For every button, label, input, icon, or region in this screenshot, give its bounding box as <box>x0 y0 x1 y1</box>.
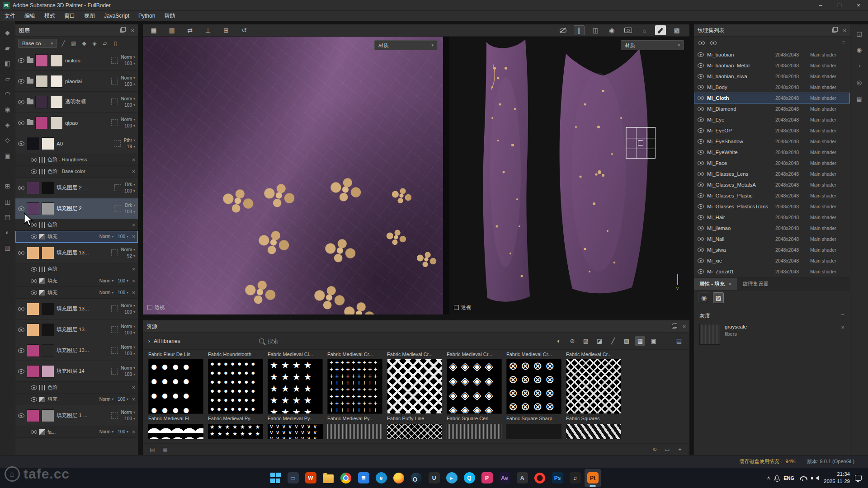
remove-effect-button[interactable]: × <box>132 157 135 163</box>
asset-thumbnail[interactable]: ★★★★★★★★★★★★★★★★★★★★★★★★★★★★★★★★★★★★★★★★… <box>268 359 323 414</box>
blend-mode-dropdown[interactable]: Norm <box>121 117 135 122</box>
opacity-dropdown[interactable]: 100 <box>118 234 128 239</box>
solo-eye-icon[interactable] <box>710 41 717 45</box>
layers-panel-toggle[interactable]: ▥ <box>3 243 13 253</box>
filter-brushes[interactable]: ╱ <box>608 336 618 346</box>
popout-icon[interactable] <box>832 28 836 33</box>
asset-tile[interactable]: Fabric Puffy Line <box>387 359 442 421</box>
asset-name[interactable]: Fabric Houndstooth <box>208 352 263 357</box>
remove-effect-button[interactable]: × <box>132 385 135 391</box>
blend-mode-dropdown[interactable]: Norm <box>99 290 113 295</box>
firefox[interactable] <box>391 469 407 487</box>
menu-item[interactable]: 编辑 <box>20 11 40 21</box>
qq[interactable]: Q <box>461 469 477 487</box>
remove-effect-button[interactable]: × <box>132 266 135 272</box>
opacity-dropdown[interactable]: 100 <box>124 372 135 377</box>
blend-mode-dropdown[interactable]: Norm <box>99 397 113 402</box>
close-panel-icon[interactable]: × <box>843 27 846 34</box>
mask-thumbnail[interactable] <box>50 117 63 129</box>
layer-row[interactable]: 色阶 - Base color × <box>15 166 138 178</box>
layer-row[interactable]: niukou Norm 100 <box>15 50 138 71</box>
render-mode[interactable]: ▩ <box>671 25 682 35</box>
asset-tile[interactable]: ●●●●●●●●●●●●●●●●●●●●●●●●●●●●●●●●●●●●●●●●… <box>208 359 263 421</box>
layer-row[interactable]: 填充图层 13... Norm 100 <box>15 319 138 340</box>
input-language[interactable]: ENG <box>783 475 794 481</box>
material-preview[interactable]: ◉ <box>606 25 617 35</box>
close-panel-icon[interactable]: × <box>131 27 134 34</box>
asset-thumbnail[interactable]: ●●●●●●●●●●●●●●●●●●●●●●●●●●●●●●●●●●●●●●●●… <box>148 359 203 414</box>
blend-mode-dropdown[interactable]: Norm <box>121 303 135 308</box>
visibility-eye-icon[interactable] <box>698 150 704 155</box>
chrome[interactable] <box>338 469 354 487</box>
texture-set-row[interactable]: Mi_baobian_siwa 2048x2048 Main shader <box>694 71 850 82</box>
opacity-dropdown[interactable]: 92 <box>127 253 135 258</box>
asset-name[interactable]: Fabric Medieval Cr... <box>566 352 621 357</box>
visibility-eye-icon[interactable] <box>31 267 37 272</box>
asset-thumbnail[interactable]: ●●●●●●●●●●●●●●●●●●●●●●●●●●●●●●●●●●●●●●●●… <box>208 359 263 414</box>
projection-tool[interactable]: ◧ <box>3 58 13 68</box>
filter-smart-materials[interactable]: ⊘ <box>567 336 577 346</box>
menu-item[interactable]: 窗口 <box>60 11 80 21</box>
music[interactable]: ♫ <box>567 469 583 487</box>
material-slot-icon[interactable] <box>111 119 118 126</box>
texture-set-row[interactable]: Mi_Glasses_MetalsA 2048x2048 Main shader <box>694 179 850 190</box>
mask-thumbnail[interactable] <box>42 182 54 194</box>
asset-tile[interactable]: ◈◈◈◈◈◈◈◈◈◈◈◈◈◈◈◈◈◈◈◈◈◈◈◈◈◈◈◈◈◈◈◈◈◈◈◈◈◈◈◈… <box>447 359 502 421</box>
viewport-mode-dropdown[interactable]: 材质 <box>374 40 438 50</box>
paint-tool[interactable]: ◆ <box>3 28 13 38</box>
grid-size-icon[interactable]: ▤ <box>674 336 684 346</box>
panel-settings[interactable]: ▤ <box>855 94 864 103</box>
visibility-eye-icon[interactable] <box>31 223 37 227</box>
layer-row[interactable]: A0 Pthr 19 <box>15 133 138 154</box>
visibility-eye-icon[interactable] <box>18 413 24 418</box>
opacity-dropdown[interactable]: 100 <box>124 61 135 66</box>
tile-view[interactable]: ▦ <box>148 25 159 35</box>
start[interactable] <box>267 469 283 487</box>
utility[interactable]: A <box>514 469 530 487</box>
unity[interactable]: U <box>426 469 442 487</box>
asset-thumbnail[interactable]: ∨∨∨∨∨∨∨∨∨∨∨∨∨∨∨∨∨∨∨∨∨∨∨∨∨∨∨∨∨∨∨∨∨∨∨∨∨∨∨∨… <box>268 424 323 439</box>
opera[interactable] <box>532 469 548 487</box>
opacity-dropdown[interactable]: 100 <box>124 188 135 193</box>
visibility-eye-icon[interactable] <box>18 328 24 332</box>
grayscale-resource-item[interactable]: grayscale fibers × <box>694 322 850 347</box>
visibility-eye-icon[interactable] <box>698 248 704 252</box>
show-all-eye-icon[interactable] <box>698 41 705 45</box>
split-view[interactable]: ◫ <box>590 25 601 35</box>
microphone-icon[interactable] <box>775 475 778 480</box>
texture-set-row[interactable]: Mi_Diamond 2048x2048 Main shader <box>694 103 850 114</box>
viewport-mode-dropdown[interactable]: 材质 <box>621 40 684 50</box>
add-folder[interactable]: ▱ <box>101 39 109 47</box>
visibility-eye-icon[interactable] <box>18 251 24 255</box>
asset-name[interactable]: Fabric Fleur De Lis <box>148 352 203 357</box>
add-effect[interactable]: ◈ <box>90 39 99 47</box>
detail-view-toggle[interactable]: ▦ <box>161 446 169 454</box>
tray-expand-icon[interactable]: ∧ <box>767 475 770 481</box>
menu-item[interactable]: 视图 <box>80 11 99 21</box>
edge[interactable]: e <box>373 469 389 487</box>
opacity-dropdown[interactable]: 100 <box>124 103 135 108</box>
mask-thumbnail[interactable] <box>42 137 54 150</box>
layer-thumbnail[interactable] <box>35 54 48 67</box>
history-panel[interactable]: ◐ <box>3 227 13 237</box>
texture-set-row[interactable]: Mi_EyeShadow 2048x2048 Main shader <box>694 136 850 147</box>
visibility-eye-icon[interactable] <box>698 96 704 100</box>
frame-view[interactable]: ▭ <box>663 446 671 454</box>
telegram[interactable]: ▸ <box>443 469 460 487</box>
eraser-tool[interactable]: ▰ <box>3 43 13 53</box>
layer-thumbnail[interactable] <box>27 344 39 357</box>
resource-thumbnail[interactable] <box>699 324 720 345</box>
clone-tool[interactable]: ◉ <box>3 104 13 114</box>
tile-offset[interactable]: ▥ <box>166 25 177 35</box>
visibility-eye-icon[interactable] <box>698 183 704 187</box>
material-slot-icon[interactable] <box>111 347 118 354</box>
opacity-dropdown[interactable]: 100 <box>124 310 135 314</box>
filter-alphas[interactable]: ▩ <box>622 336 632 346</box>
material-slot-icon[interactable] <box>111 99 118 105</box>
polygon-fill-tool[interactable]: ▱ <box>3 74 13 84</box>
remove-effect-button[interactable]: × <box>132 278 135 284</box>
asset-thumbnail[interactable] <box>148 424 203 439</box>
asset-thumbnail[interactable]: ◈◈◈◈◈◈◈◈◈◈◈◈◈◈◈◈◈◈◈◈◈◈◈◈◈◈◈◈◈◈◈◈◈◈◈◈◈◈◈◈… <box>447 359 502 414</box>
uv-selection-marquee[interactable] <box>626 127 656 159</box>
material-slot-icon[interactable] <box>114 184 121 191</box>
